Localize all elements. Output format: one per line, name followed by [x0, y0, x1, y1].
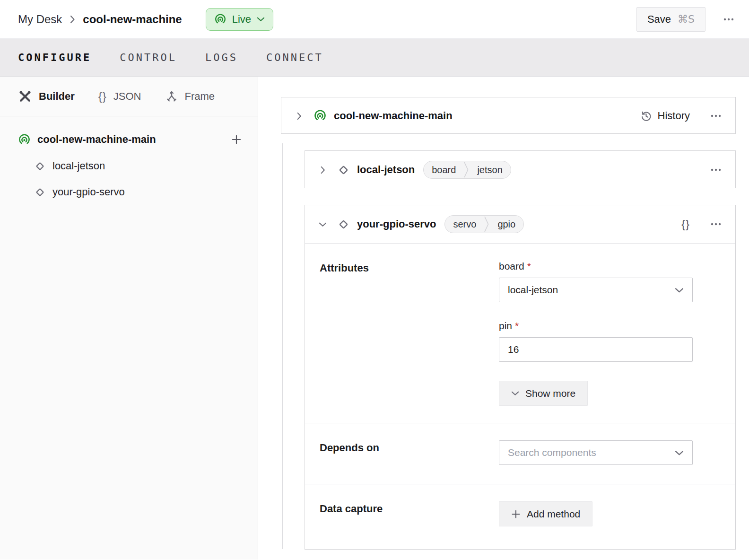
view-frame-label: Frame [185, 90, 215, 103]
data-capture-section: Data capture Add method [305, 484, 735, 549]
tree-item-label: local-jetson [52, 160, 105, 172]
data-capture-heading: Data capture [320, 501, 499, 526]
chevron-down-icon [257, 15, 265, 23]
board-card-header: local-jetson board jetson [305, 151, 735, 189]
board-card-title: local-jetson [357, 164, 415, 176]
tools-icon [18, 89, 32, 104]
view-json[interactable]: {} JSON [98, 90, 141, 103]
attributes-heading: Attributes [320, 261, 499, 406]
tree-item-local-jetson[interactable]: local-jetson [0, 156, 258, 176]
expand-chevron-right-icon[interactable] [318, 166, 327, 174]
card-more-icon[interactable] [710, 164, 722, 175]
expand-chevron-right-icon[interactable] [295, 112, 303, 120]
depends-on-placeholder: Search components [508, 447, 596, 458]
depends-on-body: Search components [499, 440, 693, 465]
add-component-icon[interactable] [230, 133, 243, 146]
history-button[interactable]: History [640, 110, 690, 122]
view-json-label: JSON [113, 90, 141, 103]
breadcrumb-parent-link[interactable]: My Desk [18, 13, 62, 26]
breadcrumb-separator-icon [69, 14, 76, 25]
tree-root-name: cool-new-machine-main [37, 133, 230, 146]
board-field: board* local-jetson [499, 261, 693, 302]
json-mode-toggle[interactable]: {} [681, 218, 690, 231]
tree-item-label: your-gpio-servo [52, 186, 125, 198]
component-type: servo [445, 219, 484, 230]
add-method-button[interactable]: Add method [499, 501, 592, 526]
chevron-down-icon [675, 448, 684, 457]
tree-guide-line [282, 143, 283, 549]
pin-field-label: pin* [499, 320, 693, 332]
pill-divider [464, 161, 469, 179]
breadcrumb-current: cool-new-machine [83, 13, 182, 26]
view-toggle: Builder {} JSON Frame [0, 77, 258, 116]
save-button[interactable]: Save ⌘S [636, 7, 705, 32]
machine-part-title: cool-new-machine-main [334, 110, 453, 122]
component-tree: cool-new-machine-main local-jetson your-… [0, 116, 258, 202]
tree-root-machine[interactable]: cool-new-machine-main [0, 130, 258, 149]
tab-configure[interactable]: CONFIGURE [18, 52, 91, 63]
servo-card-header: your-gpio-servo servo gpio {} [305, 205, 735, 243]
save-button-label: Save [647, 13, 671, 26]
view-builder-label: Builder [39, 90, 75, 103]
field-label-text: board [499, 261, 524, 271]
radar-icon [214, 13, 226, 26]
depends-on-section: Depends on Search components [305, 423, 735, 484]
component-diamond-icon [337, 164, 350, 176]
primary-tab-bar: CONFIGURE CONTROL LOGS CONNECT [0, 39, 749, 77]
field-label-text: pin [499, 320, 512, 331]
data-capture-body: Add method [499, 501, 693, 526]
component-type-pill: servo gpio [444, 215, 524, 233]
show-more-label: Show more [525, 388, 575, 399]
app-header: My Desk cool-new-machine Live Save ⌘S [0, 0, 749, 39]
board-select-value: local-jetson [508, 284, 558, 296]
card-more-icon[interactable] [710, 110, 722, 122]
tab-logs[interactable]: LOGS [205, 52, 238, 63]
depends-on-heading: Depends on [320, 440, 499, 465]
card-more-icon[interactable] [710, 219, 722, 230]
history-label: History [658, 110, 690, 122]
pill-divider [484, 215, 489, 233]
header-more-icon[interactable] [722, 14, 736, 25]
tab-control[interactable]: CONTROL [120, 52, 177, 63]
frame-axes-icon [165, 90, 178, 103]
breadcrumb: My Desk cool-new-machine [18, 13, 182, 26]
required-asterisk: * [527, 261, 531, 271]
plus-icon [511, 509, 521, 519]
component-diamond-icon [34, 186, 46, 198]
config-main: cool-new-machine-main History [258, 77, 749, 560]
attributes-fields: board* local-jetson pin* [499, 261, 693, 406]
pin-input[interactable] [499, 337, 693, 362]
chevron-down-icon [675, 286, 684, 295]
machine-status-badge[interactable]: Live [206, 8, 273, 31]
collapse-chevron-down-icon[interactable] [318, 220, 327, 228]
view-frame[interactable]: Frame [165, 90, 215, 103]
component-model: jetson [469, 165, 510, 175]
config-sidebar: Builder {} JSON Frame cool-new-machine-m… [0, 77, 258, 560]
status-badge-label: Live [232, 13, 251, 26]
board-select[interactable]: local-jetson [499, 278, 693, 302]
tab-connect[interactable]: CONNECT [266, 52, 323, 63]
board-field-label: board* [499, 261, 693, 272]
view-builder[interactable]: Builder [18, 89, 75, 104]
save-shortcut-hint: ⌘S [678, 13, 695, 25]
component-model: gpio [489, 219, 523, 230]
braces-icon: {} [98, 90, 107, 103]
radar-icon [18, 133, 31, 146]
history-icon [640, 110, 652, 122]
component-type-pill: board jetson [423, 161, 511, 179]
machine-part-card: cool-new-machine-main History [281, 97, 736, 134]
show-more-button[interactable]: Show more [499, 381, 588, 406]
pin-field: pin* [499, 320, 693, 362]
component-type: board [424, 165, 464, 175]
servo-card-title: your-gpio-servo [357, 218, 436, 230]
tree-item-your-gpio-servo[interactable]: your-gpio-servo [0, 182, 258, 202]
servo-component-card: your-gpio-servo servo gpio {} Attributes [305, 205, 736, 550]
depends-on-select[interactable]: Search components [499, 440, 693, 465]
component-diamond-icon [34, 160, 46, 172]
chevron-down-icon [511, 389, 519, 397]
add-method-label: Add method [527, 508, 580, 520]
required-asterisk: * [515, 320, 519, 331]
radar-icon [314, 109, 327, 122]
machine-part-card-header: cool-new-machine-main History [281, 97, 735, 134]
component-diamond-icon [337, 218, 350, 231]
